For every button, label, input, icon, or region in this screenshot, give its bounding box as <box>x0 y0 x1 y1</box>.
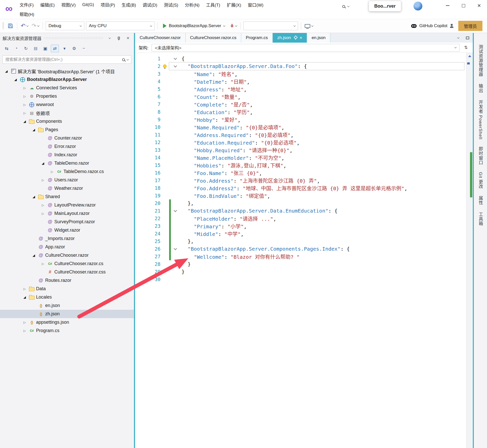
expand-arrow-icon[interactable]: ◢ <box>30 128 37 132</box>
fold-chevron-icon[interactable] <box>171 210 180 212</box>
lightbulb-icon[interactable] <box>160 64 169 68</box>
expand-arrow-icon[interactable]: ◢ <box>30 195 37 199</box>
expand-arrow-icon[interactable]: ◢ <box>21 119 28 123</box>
panel-tab[interactable]: Git 更改 <box>477 172 484 189</box>
window-title[interactable]: Boo...rver <box>369 1 401 11</box>
sync-with-active-document-icon[interactable]: ⇄ <box>51 45 59 52</box>
switch-views-icon[interactable]: ⇆ <box>3 45 11 52</box>
code-editor[interactable]: 1{2 "BootstrapBlazorApp.Server.Data.Foo"… <box>135 53 473 448</box>
expand-arrow-icon[interactable]: ▷ <box>21 111 28 115</box>
tree-item[interactable]: ◢@CultureChooser.razor <box>0 251 134 260</box>
menu-item[interactable]: 调试(D) <box>139 0 161 9</box>
tree-item[interactable]: #CultureChooser.razor.css <box>0 268 134 276</box>
tree-item[interactable]: ◢BootstrapBlazorApp.Server <box>0 75 134 84</box>
configuration-select[interactable]: Debug <box>46 22 84 30</box>
expand-arrow-icon[interactable]: ▷ <box>40 212 46 215</box>
expand-arrow-icon[interactable]: ▷ <box>21 287 28 291</box>
close-icon[interactable]: × <box>300 36 302 40</box>
web-browser-icon[interactable] <box>304 22 314 30</box>
menu-item[interactable]: 测试(S) <box>160 0 182 9</box>
pending-changes-filter-icon[interactable]: ◔ <box>12 45 20 52</box>
tree-item[interactable]: ▷{}appsettings.json <box>0 318 134 326</box>
tree-item[interactable]: @Weather.razor <box>0 184 134 193</box>
tree-item[interactable]: {}en.json <box>0 301 134 310</box>
remove-filter-icon[interactable]: − <box>80 45 88 52</box>
show-all-files-icon[interactable]: ▣ <box>41 45 49 52</box>
search-input[interactable] <box>5 57 120 62</box>
tab-culturechooser-razor[interactable]: CultureChooser.razor <box>135 33 186 43</box>
menu-item[interactable]: 工具(T) <box>203 0 224 9</box>
menu-item[interactable]: 生成(B) <box>118 0 139 9</box>
menu-item[interactable]: Git(G) <box>79 0 97 9</box>
expand-arrow-icon[interactable]: ▷ <box>21 103 28 107</box>
tree-item[interactable]: ◢Pages <box>0 126 134 134</box>
tree-item[interactable]: @App.razor <box>0 243 134 251</box>
tab-en-json[interactable]: en.json <box>307 33 330 43</box>
tree-item[interactable]: @Index.razor <box>0 151 134 159</box>
expand-arrow-icon[interactable]: ◢ <box>30 253 37 257</box>
split-editor-icon[interactable]: ⇅ <box>463 45 469 50</box>
tree-item[interactable]: ▷C#CultureChooser.razor.cs <box>0 260 134 268</box>
target-framework-select[interactable] <box>244 22 298 30</box>
panel-tab[interactable]: 测试资源管理器 <box>477 45 484 77</box>
editor-scrollbar[interactable] <box>466 53 473 448</box>
platform-select[interactable]: Any CPU <box>86 22 155 30</box>
panel-tab[interactable]: 即时窗口 <box>477 147 484 165</box>
tree-item[interactable]: @_Imports.razor <box>0 234 134 243</box>
close-icon[interactable]: × <box>125 35 131 41</box>
tree-item[interactable]: {}zh.json <box>0 310 134 318</box>
tree-item[interactable]: ◢Components <box>0 117 134 126</box>
collapse-pane-icon[interactable] <box>106 35 113 41</box>
expand-arrow-icon[interactable]: ◢ <box>21 295 28 299</box>
collapse-all-icon[interactable]: ⊟ <box>31 45 40 52</box>
maximize-icon[interactable] <box>456 0 471 11</box>
tree-item[interactable]: @Counter.razor <box>0 134 134 142</box>
schema-select[interactable]: <未选择架构> <box>152 44 460 51</box>
tree-item[interactable]: ▷▤依赖项 <box>0 109 134 117</box>
minimize-icon[interactable] <box>440 0 456 11</box>
tab-culturechooser-razor-cs[interactable]: CultureChooser.razor.cs <box>186 33 241 43</box>
github-copilot-button[interactable]: GitHub Copilot <box>411 23 454 28</box>
expand-arrow-icon[interactable]: ◢ <box>40 161 46 165</box>
expand-arrow-icon[interactable]: ▷ <box>21 321 28 324</box>
tree-item[interactable]: ▷@LayoutPreview.razor <box>0 201 134 209</box>
tree-item[interactable]: @SurveyPrompt.razor <box>0 218 134 226</box>
tree-item[interactable]: @Widget.razor <box>0 226 134 234</box>
hot-reload-flame-icon[interactable] <box>229 22 238 30</box>
tree-item[interactable]: ▷C#Program.cs <box>0 326 134 335</box>
menu-item[interactable]: 项目(P) <box>97 0 118 9</box>
tab-zh-json[interactable]: zh.json× <box>273 33 307 43</box>
expand-arrow-icon[interactable]: ▷ <box>40 178 46 182</box>
menu-item[interactable]: 文件(F) <box>16 0 37 9</box>
pin-icon[interactable] <box>294 36 297 40</box>
tree-item[interactable]: ◢Shared <box>0 193 134 201</box>
panel-tab[interactable]: 输出 <box>477 84 484 93</box>
panel-tab[interactable]: 属性 <box>477 196 484 205</box>
toolbar-grip[interactable] <box>3 23 4 29</box>
expand-arrow-icon[interactable]: ▷ <box>21 329 28 333</box>
panel-tab[interactable]: 工具箱 <box>477 212 484 226</box>
pin-icon[interactable] <box>116 35 122 41</box>
tree-item[interactable]: ◢解决方案 'BootstrapBlazorApp.Server' (1 个项目 <box>0 67 134 75</box>
tree-item[interactable]: ◢Locales <box>0 293 134 301</box>
active-files-icon[interactable] <box>456 38 461 38</box>
settings-wrench-icon[interactable]: ⚙ <box>70 45 78 52</box>
menu-item[interactable]: 帮助(H) <box>16 9 38 19</box>
tree-item[interactable]: @Routes.razor <box>0 276 134 285</box>
float-window-icon[interactable] <box>465 37 470 39</box>
menu-item[interactable]: 扩展(X) <box>223 0 245 9</box>
start-debugging-button[interactable]: BootstrapBlazorApp.Server <box>160 22 228 30</box>
expand-arrow-icon[interactable]: ▷ <box>40 203 46 207</box>
tab-program-cs[interactable]: Program.cs <box>241 33 273 43</box>
menu-item[interactable]: 分析(N) <box>182 0 203 9</box>
menu-item[interactable]: 编辑(E) <box>37 0 58 9</box>
tree-item[interactable]: ▷wwwroot <box>0 100 134 109</box>
tree-item[interactable]: ▷⚙Properties <box>0 92 134 100</box>
close-icon[interactable]: × <box>471 0 487 11</box>
expand-arrow-icon[interactable]: ▷ <box>21 86 28 90</box>
expand-arrow-icon[interactable]: ◢ <box>12 78 19 81</box>
tree-item[interactable]: @Error.razor <box>0 142 134 151</box>
menu-item[interactable]: 视图(V) <box>58 0 79 9</box>
tree-item[interactable]: ▷@MainLayout.razor <box>0 209 134 218</box>
panel-tab[interactable]: 开发者 PowerShell <box>477 100 484 140</box>
